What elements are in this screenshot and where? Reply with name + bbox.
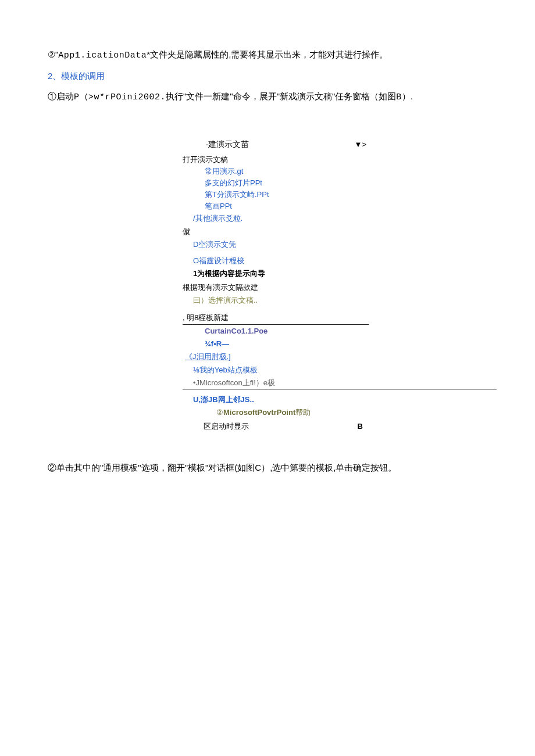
new-section-title: 僦	[183, 225, 369, 238]
template-title: , 明8桎板新建	[183, 311, 369, 325]
ms-help-main: MicrosoftPovtrPoint	[223, 408, 295, 417]
tmpl-mysite[interactable]: ⅛我的Yeb站点模板	[183, 364, 369, 377]
choose-presentation-label: 曰）选抨演示文稿..	[193, 296, 258, 304]
open-section: 打开演示文稿 常用演示.gt 多支的幻灯片PPt 第T分演示文崎.PPt 笔画P…	[183, 154, 369, 224]
p2-mono1: P（>w*rPOini2002.	[74, 92, 166, 102]
task-pane-dropdown-icon: ▼>	[355, 138, 366, 151]
content-wizard-label: 1为根据内容提示向导	[193, 269, 265, 278]
from-existing-section: 根据现有演示文隔款建 曰）选抨演示文稿..	[183, 281, 369, 307]
spacer	[48, 110, 487, 137]
recent-file-3-label: 第T分演示文崎.PPt	[205, 190, 269, 199]
new-section: 僦 D空演示文凭 O福霆设计程梭 1为根据内容提示向导	[183, 225, 369, 280]
spacer-2	[48, 434, 487, 460]
p1-suffix: *文件夹是隐藏属性的,需要将其显示出来，才能对其进行操作。	[147, 49, 388, 59]
ms-help-suffix: 帮助	[295, 408, 311, 417]
paragraph-1: ②"App1.icationData*文件夹是隐藏属性的,需要将其显示出来，才能…	[48, 46, 487, 63]
recent-file-1[interactable]: 常用演示.gt	[183, 166, 369, 177]
network-link-label: U,澎JB网上邻JS..	[193, 395, 254, 404]
choose-presentation[interactable]: 曰）选抨演示文稿..	[183, 294, 369, 307]
tmpl-curtain-label: CurtainCo1.1.Poe	[205, 327, 268, 335]
design-template[interactable]: O福霆设计程梭	[183, 255, 369, 267]
from-existing-title: 根据现有演示文隔款建	[183, 281, 369, 294]
p2-a: ①启动	[48, 91, 74, 101]
template-title-row: , 明8桎板新建	[183, 311, 369, 325]
tmpl-ref-label: ¾f•R—	[205, 339, 229, 348]
network-link[interactable]: U,澎JB网上邻JS..	[183, 393, 369, 406]
recent-file-2-label: 多支的幻灯片PPt	[205, 178, 262, 187]
tmpl-general[interactable]: 《J汩用肘极.]	[183, 350, 369, 363]
paragraph-3: ②单击其中的"通用模板"选项，翻开"模板"对话框(如图C）,选中第要的模板,单击…	[48, 460, 487, 475]
p2-b: 执行"文件一新建"命令，展开"新戏演示文稿"任务窗格（如图	[166, 91, 396, 101]
tmpl-ref[interactable]: ¾f•R—	[183, 338, 369, 350]
tmpl-mscon-label: •JMicrosoftcon上fi!）e极	[193, 378, 275, 387]
recent-file-1-label: 常用演示.gt	[205, 167, 243, 175]
ms-help[interactable]: ②MicrosoftPovtrPoint帮助	[183, 406, 369, 419]
tmpl-mscon[interactable]: •JMicrosoftcon上fi!）e极	[183, 377, 497, 390]
p1-mono: App1.icationData	[58, 51, 147, 60]
recent-file-4-label: 笔画PPt	[205, 202, 232, 210]
design-template-label: O福霆设计程梭	[193, 256, 244, 265]
recent-file-4[interactable]: 笔画PPt	[183, 200, 369, 212]
heading-template-call: 2、模板的调用	[48, 68, 487, 84]
blank-presentation[interactable]: D空演示文凭	[183, 238, 369, 251]
tmpl-mscon-row: •JMicrosoftcon上fi!）e极	[183, 377, 369, 390]
tmpl-mysite-label: ⅛我的Yeb站点模板	[193, 366, 258, 374]
ms-help-prefix: ②	[216, 408, 223, 417]
recent-file-3[interactable]: 第T分演示文崎.PPt	[183, 189, 369, 200]
blank-presentation-label: D空演示文凭	[193, 240, 236, 249]
task-pane-figure: ·建演示文苗 ▼> 打开演示文稿 常用演示.gt 多支的幻灯片PPt 第T分演示…	[183, 137, 369, 434]
figure-label-b: B	[358, 420, 363, 433]
startup-show-row: 区启动时显示 B	[183, 419, 369, 434]
tmpl-general-label: 《J汩用肘极.]	[185, 352, 231, 361]
open-other[interactable]: /其他演示爻粒.	[183, 213, 369, 224]
recent-file-2[interactable]: 多支的幻灯片PPt	[183, 177, 369, 189]
document-page: ②"App1.icationData*文件夹是隐藏属性的,需要将其显示出来，才能…	[0, 0, 535, 515]
open-section-title: 打开演示文稿	[183, 154, 369, 166]
task-pane-header: ·建演示文苗 ▼>	[183, 137, 369, 153]
startup-show-label: 区启动时显示	[204, 420, 249, 433]
open-other-label: /其他演示爻粒.	[193, 214, 242, 223]
content-wizard[interactable]: 1为根据内容提示向导	[183, 267, 369, 280]
p2-mono2: B	[396, 92, 402, 102]
tmpl-curtain[interactable]: CurtainCo1.1.Poe	[183, 325, 369, 338]
p1-prefix: ②"	[48, 49, 58, 59]
task-pane-title: ·建演示文苗	[206, 138, 249, 152]
paragraph-2: ①启动P（>w*rPOini2002.执行"文件一新建"命令，展开"新戏演示文稿…	[48, 88, 487, 105]
new-from-template-section: , 明8桎板新建 CurtainCo1.1.Poe ¾f•R— 《J汩用肘极.]…	[183, 311, 369, 390]
p2-c: ）.	[402, 91, 413, 101]
help-section: U,澎JB网上邻JS.. ②MicrosoftPovtrPoint帮助 区启动时…	[183, 393, 369, 434]
